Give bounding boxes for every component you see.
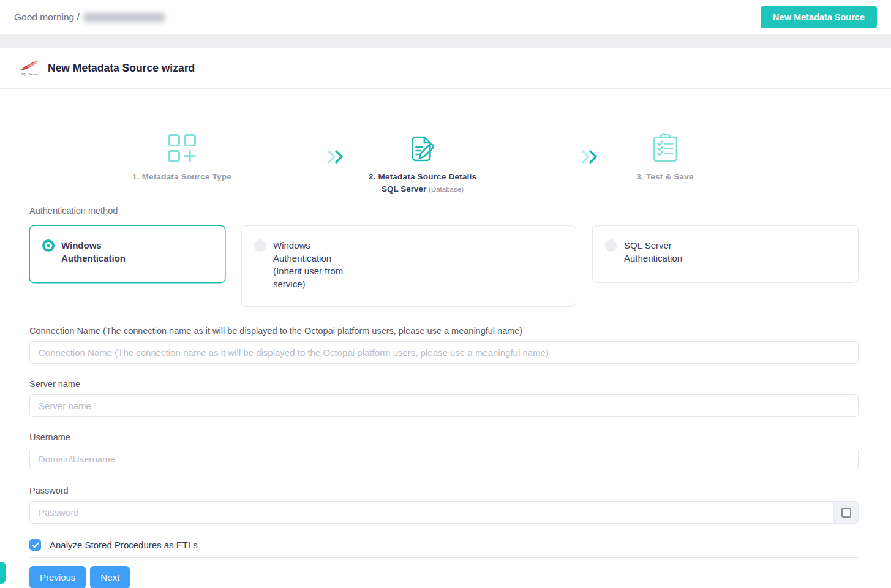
side-tab-handle[interactable] xyxy=(0,562,6,584)
sql-server-logo-icon: SQL Server xyxy=(18,60,40,76)
radio-selected-icon[interactable] xyxy=(42,239,55,252)
analyze-checkbox-label: Analyze Stored Procedures as ETLs xyxy=(50,540,198,550)
footer-divider xyxy=(29,557,859,558)
page-title: New Metadata Source wizard xyxy=(48,62,195,75)
username-label: Username xyxy=(29,433,859,442)
password-suffix xyxy=(833,502,858,523)
connection-name-label: Connection Name (The connection name as … xyxy=(29,326,859,335)
server-name-input[interactable] xyxy=(29,394,859,417)
step3-label: 3. Test & Save xyxy=(636,172,693,181)
next-button[interactable]: Next xyxy=(90,566,130,588)
page-background-strip xyxy=(0,34,891,48)
auth-option-label: SQL Server Authentication xyxy=(624,239,697,270)
password-input[interactable] xyxy=(30,502,833,523)
step-metadata-source-details: 2. Metadata Source Details SQL Server (D… xyxy=(369,129,476,194)
password-label: Password xyxy=(29,486,859,495)
radio-unselected-icon[interactable] xyxy=(605,239,617,252)
grid-plus-icon xyxy=(167,133,197,164)
auth-option-label: Windows Authentication (Inherit user fro… xyxy=(273,239,347,294)
server-name-group: Server name xyxy=(29,380,859,417)
greeting: Good morning / xyxy=(14,12,165,23)
server-name-label: Server name xyxy=(29,380,859,388)
analyze-checkbox-checked[interactable] xyxy=(29,539,41,551)
chevron-right-icon xyxy=(326,149,345,164)
wizard-steps: 1. Metadata Source Type 2. Metadata Sour… xyxy=(0,129,891,198)
topbar: Good morning / New Metadata Source xyxy=(0,0,891,34)
step1-label: 1. Metadata Source Type xyxy=(132,172,231,181)
password-input-wrapper xyxy=(29,501,859,524)
username-input[interactable] xyxy=(29,448,859,470)
wizard-actions: Previous Next xyxy=(29,566,859,588)
chevron-right-icon xyxy=(581,149,599,164)
authentication-options: Windows Authentication Windows Authentic… xyxy=(29,225,859,307)
step-test-and-save: 3. Test & Save xyxy=(636,129,693,181)
connection-name-group: Connection Name (The connection name as … xyxy=(29,326,859,364)
step2-source-name: SQL Server xyxy=(382,184,426,194)
sql-server-logo-caption: SQL Server xyxy=(20,72,38,76)
wizard-header: SQL Server New Metadata Source wizard xyxy=(0,48,891,89)
checklist-clipboard-icon xyxy=(651,133,679,164)
connection-name-input[interactable] xyxy=(29,341,859,364)
step2-label: 2. Metadata Source Details xyxy=(369,172,476,181)
greeting-text: Good morning / xyxy=(14,12,80,23)
step2-sublabel: SQL Server (Database) xyxy=(369,184,476,194)
username-group: Username xyxy=(29,433,859,470)
checkmark-icon xyxy=(32,542,39,548)
auth-option-windows-authentication[interactable]: Windows Authentication xyxy=(29,225,225,283)
previous-button[interactable]: Previous xyxy=(29,566,86,588)
password-group: Password xyxy=(29,486,859,524)
auth-option-windows-authentication-inherit[interactable]: Windows Authentication (Inherit user fro… xyxy=(241,225,576,307)
step-metadata-source-type: 1. Metadata Source Type xyxy=(132,129,231,181)
analyze-stored-procedures-row: Analyze Stored Procedures as ETLs xyxy=(29,539,859,551)
authentication-method-label: Authentication method xyxy=(29,205,859,217)
auth-option-label: Windows Authentication xyxy=(61,239,135,270)
radio-unselected-icon[interactable] xyxy=(254,239,266,252)
connection-form: Connection Name (The connection name as … xyxy=(29,326,859,524)
new-metadata-source-button[interactable]: New Metadata Source xyxy=(761,6,877,28)
step2-source-type-note: (Database) xyxy=(429,186,464,193)
redacted-username xyxy=(84,13,165,22)
show-password-checkbox[interactable] xyxy=(841,508,851,518)
wizard-content: Authentication method Windows Authentica… xyxy=(0,205,891,588)
document-edit-icon xyxy=(408,134,437,164)
auth-option-sql-server-authentication[interactable]: SQL Server Authentication xyxy=(592,225,859,283)
